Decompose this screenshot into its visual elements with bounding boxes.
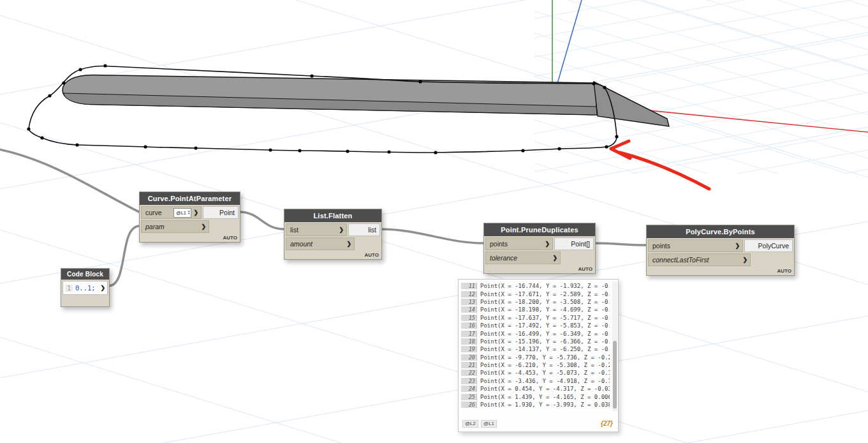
preview-footer: @L2 @L1 {27} (462, 419, 613, 428)
row-index: 17 (461, 331, 477, 337)
dynamo-workspace[interactable]: Curve.PointAtParameter curve @L1 ▲▼ ❯ Po… (0, 0, 868, 443)
lacing-indicator[interactable]: AUTO (284, 252, 381, 259)
curve-point (27, 127, 30, 130)
row-value: Point(X = -3.436, Y = -4.918, Z = -0.1 (480, 378, 610, 384)
input-port-amount[interactable]: amount ❯ (286, 237, 355, 250)
preview-row: 17Point(X = -16.499, Y = -6.349, Z = -0. (461, 329, 610, 337)
node-title[interactable]: Point.PruneDuplicates (484, 223, 595, 236)
row-value: Point(X = -9.770, Y = -5.736, Z = -0.2 (480, 354, 610, 361)
wire (239, 212, 284, 229)
input-port-list[interactable]: list ❯ (286, 223, 347, 236)
code-block-editor[interactable]: 1 0..1; ❯ (63, 281, 108, 295)
preview-row: 14Point(X = -18.198, Y = -4.699, Z = -0. (461, 306, 610, 313)
node-title[interactable]: Curve.PointAtParameter (140, 192, 240, 205)
node-curve-point-at-parameter[interactable]: Curve.PointAtParameter curve @L1 ▲▼ ❯ Po… (139, 191, 240, 243)
row-value: Point(X = -18.198, Y = -4.699, Z = -0. (480, 306, 610, 313)
port-arrow-icon[interactable]: ❯ (742, 257, 747, 263)
row-value: Point(X = -17.492, Y = -5.853, Z = -0. (480, 322, 610, 329)
preview-row: 23Point(X = -3.436, Y = -4.918, Z = -0.1 (461, 377, 610, 385)
node-code-block[interactable]: Code Block 1 0..1; ❯ (61, 268, 110, 307)
viewport-3d-background (0, 0, 868, 443)
output-port-point-array[interactable]: Point[] (554, 237, 594, 250)
port-arrow-icon[interactable]: ❯ (545, 241, 550, 247)
line-number: 1 (65, 285, 73, 292)
row-index: 13 (461, 299, 477, 305)
lacing-indicator[interactable]: AUTO (140, 234, 240, 242)
row-value: Point(X = -15.196, Y = -6.366, Z = -0. (480, 338, 610, 345)
node-title[interactable]: List.Flatten (284, 209, 381, 222)
row-value: Point(X = -14.137, Y = -6.250, Z = -0. (480, 346, 610, 352)
curve-point (48, 94, 51, 97)
curve-point (521, 149, 524, 152)
port-arrow-icon[interactable]: ❯ (100, 285, 105, 291)
curve-point (387, 150, 390, 153)
input-label: points (652, 242, 733, 250)
curve-point (346, 149, 349, 153)
port-arrow-icon[interactable]: ❯ (339, 227, 344, 233)
output-port-list[interactable]: list (348, 223, 380, 236)
curve-point (143, 145, 147, 148)
preview-row: 13Point(X = -18.200, Y = -3.508, Z = -0. (461, 298, 610, 306)
input-port-points[interactable]: points ❯ (648, 239, 743, 252)
preview-row: 22Point(X = -4.453, Y = -5.073, Z = -0.1 (461, 369, 610, 377)
preview-list: 11Point(X = -16.744, Y = -1.932, Z = -0.… (461, 282, 610, 409)
row-value: Point(X = -16.744, Y = -1.932, Z = -0. (480, 283, 610, 289)
level-chip-l2[interactable]: @L2 (462, 420, 478, 428)
lacing-indicator[interactable]: AUTO (484, 266, 595, 273)
scrollbar[interactable] (612, 282, 617, 411)
level-chip-l1[interactable]: @L1 (481, 420, 497, 428)
port-arrow-icon[interactable]: ❯ (552, 255, 557, 261)
spinner-icon[interactable]: ▲▼ (188, 210, 190, 215)
input-port-connect-last-to-first[interactable]: connectLastToFirst ❯ (648, 253, 751, 266)
output-port-point[interactable]: Point (203, 206, 239, 219)
lacing-indicator[interactable]: AUTO (647, 267, 794, 275)
input-label: tolerance (490, 254, 550, 262)
preview-row: 19Point(X = -14.137, Y = -6.250, Z = -0. (461, 345, 610, 353)
node-title[interactable]: Code Block (61, 269, 109, 280)
port-arrow-icon[interactable]: ❯ (201, 223, 206, 230)
input-label: param (145, 223, 199, 230)
input-port-tolerance[interactable]: tolerance ❯ (485, 252, 561, 264)
input-port-curve[interactable]: curve @L1 ▲▼ ❯ (141, 206, 202, 219)
level-value: @L1 (176, 210, 186, 216)
preview-row: 18Point(X = -15.196, Y = -6.366, Z = -0. (461, 338, 610, 345)
port-arrow-icon[interactable]: ❯ (193, 209, 198, 216)
preview-row: 15Point(X = -17.637, Y = -5.717, Z = -0. (461, 314, 610, 322)
preview-row: 11Point(X = -16.744, Y = -1.932, Z = -0. (461, 282, 610, 290)
grid (0, 0, 868, 443)
row-index: 19 (461, 346, 477, 352)
curve-point (557, 147, 561, 150)
preview-row: 20Point(X = -9.770, Y = -5.736, Z = -0.2 (461, 354, 610, 361)
node-title[interactable]: PolyCurve.ByPoints (647, 225, 794, 238)
row-index: 22 (461, 370, 477, 376)
code-text[interactable]: 0..1; (75, 284, 100, 292)
node-body: curve @L1 ▲▼ ❯ Point param ❯ (140, 205, 240, 234)
node-point-prune-duplicates[interactable]: Point.PruneDuplicates points ❯ Point[] t… (483, 223, 596, 274)
node-polycurve-by-points[interactable]: PolyCurve.ByPoints points ❯ PolyCurve co… (646, 225, 795, 276)
curve-point (62, 81, 65, 84)
preview-row: 16Point(X = -17.492, Y = -5.853, Z = -0. (461, 322, 610, 329)
port-arrow-icon[interactable]: ❯ (735, 243, 740, 249)
row-value: Point(X = -6.210, Y = -5.308, Z = -0.2 (480, 362, 610, 368)
row-index: 16 (461, 322, 477, 329)
spacer (356, 237, 380, 250)
level-selector[interactable]: @L1 ▲▼ (173, 208, 191, 218)
curve-point (418, 80, 422, 83)
node-footer-strip (61, 296, 109, 306)
row-value: Point(X = -17.637, Y = -5.717, Z = -0. (480, 315, 610, 321)
row-index: 23 (461, 378, 477, 384)
input-port-points[interactable]: points ❯ (485, 237, 553, 250)
node-list-flatten[interactable]: List.Flatten list ❯ list amount ❯ AUTO (284, 209, 382, 260)
preview-bubble[interactable]: 11Point(X = -16.744, Y = -1.932, Z = -0.… (458, 279, 619, 432)
input-label: connectLastToFirst (652, 256, 740, 264)
row-index: 25 (461, 394, 477, 400)
row-value: Point(X = -16.499, Y = -6.349, Z = -0. (480, 331, 610, 337)
spacer (752, 253, 793, 266)
row-index: 14 (461, 306, 477, 313)
output-port-polycurve[interactable]: PolyCurve (744, 239, 793, 252)
port-arrow-icon[interactable]: ❯ (346, 241, 351, 247)
scrollbar-thumb[interactable] (613, 341, 617, 409)
row-index: 12 (461, 291, 477, 297)
curve-point (298, 149, 301, 152)
input-port-param[interactable]: param ❯ (141, 220, 209, 233)
